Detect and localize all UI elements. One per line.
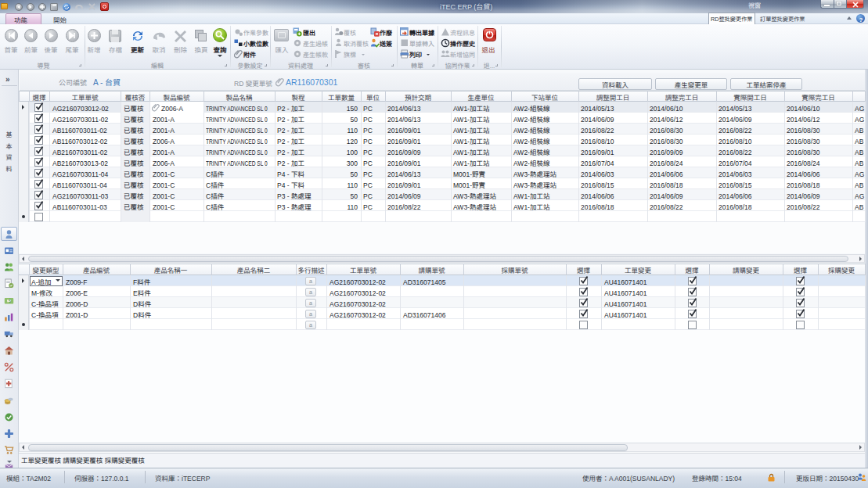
svg-text:$: $ <box>8 296 11 303</box>
